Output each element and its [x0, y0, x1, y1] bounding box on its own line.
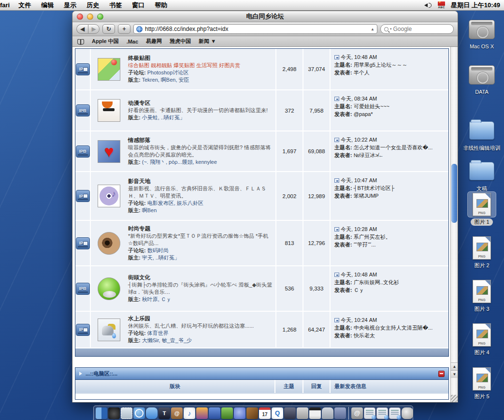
dock-imovie-icon[interactable]: [209, 407, 220, 419]
last-poster-link[interactable]: №绿豆冰≯←: [354, 152, 384, 158]
url-input[interactable]: [145, 26, 368, 32]
dock-idvd-icon[interactable]: [234, 407, 245, 419]
last-poster-link[interactable]: @papa*: [354, 111, 373, 117]
goto-last-post-icon[interactable]: [334, 227, 339, 232]
dock-itunes-icon[interactable]: ♪: [184, 407, 195, 419]
forum-link[interactable]: 终极贴图: [128, 55, 240, 62]
last-poster-link[interactable]: 半个人: [354, 70, 370, 75]
forum-link[interactable]: 动漫专区: [128, 100, 268, 107]
menu-help[interactable]: 帮助: [155, 1, 167, 10]
moderators[interactable]: Tekren, 啊Ben, 安臣: [142, 77, 189, 83]
forum-link[interactable]: 影音天地: [128, 178, 273, 185]
window-resize-grip[interactable]: [451, 395, 458, 402]
last-topic-link[interactable]: 广东街娱网..文化衫: [354, 279, 399, 285]
menu-view[interactable]: 显示: [64, 1, 76, 10]
dock-garageband-icon[interactable]: [221, 407, 233, 419]
dock-quicktime-icon[interactable]: Q: [272, 407, 283, 419]
address-bar[interactable]: ▲: [133, 24, 377, 34]
scroll-down-button[interactable]: ▼: [451, 370, 458, 378]
dock-mail-icon[interactable]: [121, 407, 132, 419]
autofill-arrow-icon[interactable]: ▲: [371, 27, 374, 31]
dock-address-book-icon[interactable]: @: [171, 407, 183, 419]
scrollbar-thumb[interactable]: [451, 164, 457, 223]
add-bookmark-button[interactable]: +: [118, 24, 130, 34]
dock-system-icon[interactable]: [297, 407, 308, 419]
forum-link[interactable]: 时尚专题: [128, 225, 273, 232]
desktop-icon-image3[interactable]: PNG 图片 3: [460, 278, 504, 313]
desktop-icon-data[interactable]: DATA: [460, 62, 504, 95]
last-topic-link[interactable]: 中央电视台女主持人文清丑陋�...: [354, 325, 432, 331]
moderators[interactable]: 秋叶原, Ｃｙ: [142, 296, 172, 302]
last-poster-link[interactable]: Ｃｙ: [354, 287, 364, 293]
dock-iphoto-icon[interactable]: [196, 407, 208, 419]
dock-minimized-window-3[interactable]: [389, 407, 401, 419]
bookmark-apple-china[interactable]: Apple 中国: [92, 38, 119, 45]
dock-utility-icon[interactable]: [284, 407, 296, 419]
moderators[interactable]: (~. 飛翔丶, pòρ...饅頭, kennylee: [142, 159, 217, 165]
dock-dashboard-icon[interactable]: [108, 407, 120, 419]
bookmarks-book-icon[interactable]: [77, 39, 84, 44]
dock-toast-icon[interactable]: [322, 407, 333, 419]
search-input[interactable]: [393, 26, 450, 32]
forward-button[interactable]: ▶: [88, 24, 100, 34]
goto-last-post-icon[interactable]: [334, 55, 339, 59]
dock-textedit-icon[interactable]: T: [158, 407, 170, 419]
moderators[interactable]: 啊Ben: [142, 207, 157, 213]
last-poster-link[interactable]: 快乐老太: [354, 333, 375, 338]
scroll-up-button[interactable]: ▲: [451, 362, 458, 370]
dock-finder-icon[interactable]: [96, 407, 107, 419]
desktop-icon-documents[interactable]: 文稿: [460, 158, 504, 192]
dock-minimized-window-2[interactable]: [376, 407, 388, 419]
dock-ical-icon[interactable]: 17: [259, 407, 271, 419]
goto-last-post-icon[interactable]: [334, 97, 339, 101]
goto-last-post-icon[interactable]: [334, 138, 339, 142]
subforum-link[interactable]: 数码时尚: [147, 247, 169, 253]
menu-history[interactable]: 历史: [86, 1, 99, 10]
dock-minimized-window-1[interactable]: [364, 407, 375, 419]
dock-image-capture-icon[interactable]: [334, 407, 346, 419]
desktop-icon-image1[interactable]: PNG 图片 1: [460, 191, 504, 228]
last-topic-link[interactable]: 系广州买左衫。: [354, 234, 391, 240]
menu-bookmarks[interactable]: 书签: [109, 1, 122, 10]
menu-window[interactable]: 窗口: [132, 1, 144, 10]
forum-link[interactable]: 水上乐园: [128, 315, 254, 322]
collapse-button[interactable]: [438, 371, 445, 377]
app-menu-safari[interactable]: fari: [0, 1, 10, 9]
desktop-icon-editing-folder[interactable]: 非线性编辑培训: [460, 117, 504, 152]
last-topic-link[interactable]: 怎么才知道一个女生是否喜欢�...: [354, 145, 432, 150]
moderators[interactable]: 小曼蛙, ..哢釘菟」: [142, 115, 185, 120]
moderators[interactable]: 宇天, ..哢釘菟」: [142, 255, 180, 261]
subforum-link[interactable]: Photoshop讨论区: [147, 70, 189, 75]
subforum-link[interactable]: 体育世界: [147, 330, 169, 336]
menu-clock[interactable]: 星期日 上午10:49: [451, 1, 500, 10]
dock-at-stand-icon[interactable]: @: [351, 407, 363, 419]
goto-last-post-icon[interactable]: [334, 318, 339, 322]
last-topic-link[interactable]: 可爱娃娃头~~~: [354, 103, 389, 109]
bookmark-yahoo-china[interactable]: 雅虎中国: [170, 38, 191, 45]
back-button[interactable]: ◀: [76, 24, 88, 34]
last-topic-link[interactable]: 用苹果g5上论坛～～～: [354, 62, 407, 68]
desktop-icon-macosx[interactable]: Mac OS X: [460, 16, 504, 49]
forum-link[interactable]: 情感部落: [128, 137, 273, 144]
moderators[interactable]: 大懒Sir, 敏_壹_爷_少: [142, 337, 192, 343]
subforum-link[interactable]: 电影发布区, 娱乐八卦区: [147, 200, 203, 206]
dock-trash-icon[interactable]: [402, 407, 413, 419]
dock-guitar-app-icon[interactable]: [246, 407, 258, 419]
input-source-menu[interactable]: ABC: [438, 1, 445, 9]
dock-video-editor-icon[interactable]: [309, 407, 321, 419]
search-options-chevron-icon[interactable]: ▾: [390, 27, 392, 31]
last-poster-link[interactable]: 笨猪JUMP: [354, 193, 379, 199]
section-header[interactable]: ...::电脑区::...: [75, 368, 448, 380]
dock-ichat-icon[interactable]: [146, 407, 158, 419]
volume-icon[interactable]: [424, 2, 432, 9]
menu-file[interactable]: 文件: [18, 1, 31, 10]
vertical-scrollbar[interactable]: ▲ ▼: [450, 47, 458, 402]
last-topic-link[interactable]: ┤BT技术讨论区├: [354, 185, 395, 191]
last-poster-link[interactable]: ⁗荢孖⁗...: [354, 242, 376, 247]
goto-last-post-icon[interactable]: [334, 178, 339, 183]
desktop-icon-image4[interactable]: PNG 图片 4: [460, 322, 504, 356]
dock-safari-icon[interactable]: [133, 407, 145, 419]
google-search-field[interactable]: ▾: [380, 24, 454, 34]
title-bar[interactable]: 电白同乡论坛: [72, 11, 458, 22]
goto-last-post-icon[interactable]: [334, 273, 339, 277]
